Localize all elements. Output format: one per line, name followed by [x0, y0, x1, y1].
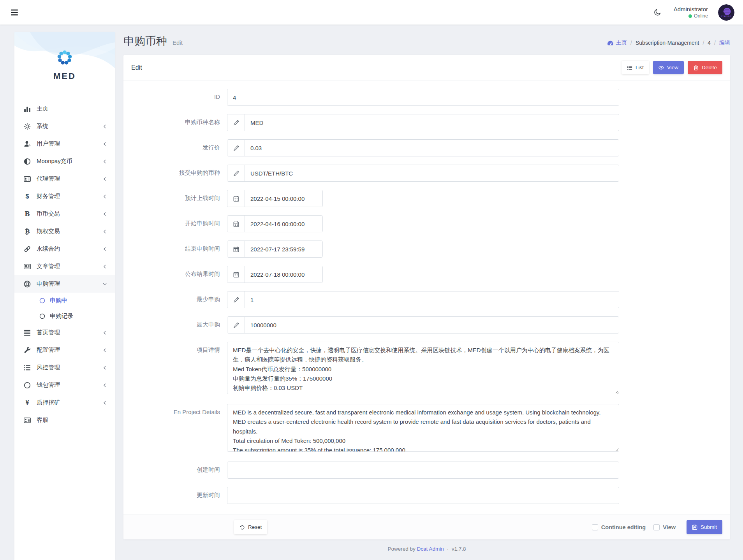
breadcrumb-separator: /: [703, 40, 704, 46]
project-details-en-textarea[interactable]: [227, 404, 619, 452]
sidebar-nav: 主页系统用户管理Moonpay充币代理管理$财务管理B币币交易B期权交易永续合约…: [14, 95, 115, 441]
sidebar-item[interactable]: 代理管理: [14, 170, 115, 188]
form-row: 最大申购: [123, 316, 730, 334]
card-title: Edit: [131, 64, 142, 71]
sidebar-item[interactable]: $财务管理: [14, 188, 115, 205]
sidebar-item-label: 币币交易: [37, 210, 60, 218]
brand[interactable]: MED: [14, 32, 115, 95]
coin-name-input[interactable]: [245, 114, 619, 131]
sidebar-item[interactable]: 永续合约: [14, 240, 115, 258]
sidebar-item[interactable]: ¥质押挖矿: [14, 394, 115, 411]
launch-time-addon: [227, 190, 245, 207]
end-subscription-time-input[interactable]: [245, 241, 322, 257]
sidebar-item[interactable]: 主页: [14, 100, 115, 118]
life-ring-icon: [24, 281, 31, 288]
delete-button[interactable]: Delete: [688, 61, 722, 74]
checkbox-box-icon: [653, 524, 660, 530]
sidebar-item[interactable]: B币币交易: [14, 205, 115, 223]
sidebar-item-label: 配置管理: [37, 346, 60, 354]
start-subscription-time-addon: [227, 216, 245, 232]
continue-editing-checkbox[interactable]: Continue editing: [592, 524, 646, 530]
bitcoin-icon: B: [24, 228, 31, 235]
trash-icon: [693, 65, 699, 70]
menu-icon: [11, 9, 18, 16]
page-footer: Powered by Dcat Admin · v1.7.8: [123, 539, 730, 557]
dark-mode-toggle[interactable]: [652, 7, 664, 18]
svg-text:STAKING: STAKING: [721, 16, 732, 18]
sidebar-item[interactable]: 首页管理: [14, 324, 115, 341]
undo-icon: [239, 525, 245, 530]
updated-at-input[interactable]: [227, 487, 619, 504]
result-time-input[interactable]: [245, 266, 322, 283]
coin-name-label: 申购币种名称: [123, 114, 227, 126]
sidebar-item-label: 财务管理: [37, 193, 60, 200]
created-at-input[interactable]: [227, 462, 619, 478]
sidebar-item[interactable]: 申购管理: [14, 275, 115, 293]
breadcrumb-separator: /: [714, 40, 716, 46]
user-menu[interactable]: Administrator Online: [674, 6, 708, 19]
pencil-icon: [233, 297, 239, 303]
submit-button[interactable]: Submit: [687, 520, 722, 534]
brand-logo-icon: [56, 49, 74, 67]
reset-button[interactable]: Reset: [234, 520, 267, 534]
launch-time-input[interactable]: [245, 190, 322, 207]
min-subscription-input[interactable]: [245, 291, 619, 308]
brand-name: MED: [14, 71, 115, 81]
sidebar-item-label: Moonpay充币: [37, 158, 72, 165]
sidebar-item[interactable]: Moonpay充币: [14, 153, 115, 170]
card-header: Edit List View Delete: [123, 55, 730, 81]
sidebar-item[interactable]: 客服: [14, 411, 115, 429]
sidebar-item[interactable]: B期权交易: [14, 223, 115, 240]
user-name: Administrator: [674, 6, 708, 12]
sidebar-toggle-button[interactable]: [9, 7, 20, 18]
max-subscription-input[interactable]: [245, 317, 619, 333]
form-row: 创建时间: [123, 462, 730, 479]
id-label: ID: [123, 89, 227, 100]
sidebar-subitem[interactable]: 申购记录: [14, 308, 115, 324]
max-subscription-addon: [227, 317, 245, 333]
footer-separator: ·: [447, 546, 449, 552]
user-cog-icon: [24, 140, 31, 147]
id-input[interactable]: [227, 89, 619, 105]
sidebar-item[interactable]: 系统: [14, 118, 115, 135]
accepted-coins-label: 接受申购的币种: [123, 165, 227, 177]
sidebar-item[interactable]: 风控管理: [14, 359, 115, 376]
sidebar-subitem[interactable]: 申购中: [14, 293, 115, 308]
sidebar-item[interactable]: 文章管理: [14, 258, 115, 275]
edit-form: ID申购币种名称发行价接受申购的币种预计上线时间开始申购时间结束申购时间公布结果…: [123, 81, 730, 514]
form-row: 更新时间: [123, 487, 730, 504]
list-button[interactable]: List: [622, 61, 649, 74]
issue-price-input[interactable]: [245, 140, 619, 156]
form-row: 申购币种名称: [123, 114, 730, 131]
breadcrumb-item[interactable]: 编辑: [719, 39, 730, 46]
list-icon: [627, 65, 632, 70]
user-status-label: Online: [694, 13, 708, 19]
accepted-coins-addon: [227, 165, 245, 181]
avatar[interactable]: STAKING: [718, 4, 734, 21]
start-subscription-time-input[interactable]: [245, 216, 322, 232]
reset-button-label: Reset: [248, 524, 262, 530]
form-row: 最少申购: [123, 291, 730, 308]
view-checkbox[interactable]: View: [653, 524, 676, 530]
view-button[interactable]: View: [653, 61, 684, 74]
delete-button-label: Delete: [702, 65, 717, 70]
page-subtitle: Edit: [173, 39, 183, 46]
accepted-coins-input[interactable]: [245, 165, 619, 181]
sidebar-item-label: 永续合约: [37, 245, 60, 253]
sidebar-item-label: 钱包管理: [37, 381, 60, 389]
calendar-icon: [233, 272, 239, 277]
sidebar-item[interactable]: 配置管理: [14, 341, 115, 359]
powered-by-text: Powered by: [388, 546, 416, 552]
edit-card: Edit List View Delete ID申购币: [123, 55, 730, 539]
chevron-left-icon: [102, 348, 107, 353]
sidebar-item[interactable]: 钱包管理: [14, 376, 115, 394]
breadcrumb-item[interactable]: 主页: [607, 39, 627, 46]
top-navbar: Administrator Online STAKING: [0, 0, 743, 25]
sidebar-subitem-label: 申购记录: [50, 312, 73, 320]
dcat-admin-link[interactable]: Dcat Admin: [417, 546, 444, 552]
chevron-left-icon: [102, 177, 107, 181]
project-details-cn-textarea[interactable]: [227, 342, 619, 394]
form-row: 项目详情: [123, 342, 730, 396]
end-subscription-time-addon: [227, 241, 245, 257]
sidebar-item[interactable]: 用户管理: [14, 135, 115, 153]
